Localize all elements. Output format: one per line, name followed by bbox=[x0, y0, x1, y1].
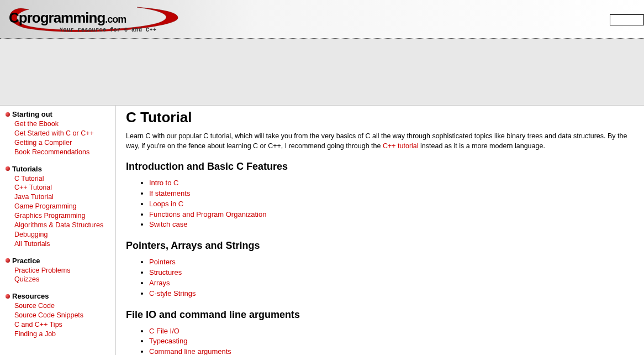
sidebar-heading: Practice bbox=[6, 257, 113, 265]
sidebar-link[interactable]: Practice Problems bbox=[14, 266, 113, 275]
sidebar-links: Get the EbookGet Started with C or C++Ge… bbox=[6, 119, 113, 157]
tutorial-link[interactable]: Loops in C bbox=[149, 200, 183, 208]
bullet-icon bbox=[6, 166, 10, 171]
sidebar-link[interactable]: Algorithms & Data Structures bbox=[14, 221, 113, 230]
logo-link[interactable]: Cprogramming.com Your resource for C and… bbox=[4, 2, 187, 37]
sidebar-links: Source CodeSource Code SnippetsC and C++… bbox=[6, 301, 113, 339]
list-item: C-style Strings bbox=[149, 289, 636, 299]
page-title: C Tutorial bbox=[126, 109, 636, 126]
list-item: Typecasting bbox=[149, 336, 636, 347]
sidebar-link[interactable]: C and C++ Tips bbox=[14, 320, 113, 330]
sidebar-link[interactable]: Getting a Compiler bbox=[14, 138, 113, 148]
search-input[interactable] bbox=[610, 14, 644, 25]
list-item: Structures bbox=[149, 268, 636, 278]
sidebar-link[interactable]: C Tutorial bbox=[14, 174, 113, 184]
intro-text-after: instead as it is a more modern language. bbox=[419, 142, 545, 150]
sidebar-link[interactable]: All Tutorials bbox=[14, 239, 113, 249]
sidebar-link[interactable]: C++ Tutorial bbox=[14, 183, 113, 192]
sidebar-link[interactable]: Book Recommendations bbox=[14, 148, 113, 157]
section-link-list: C File I/OTypecastingCommand line argume… bbox=[126, 326, 636, 355]
tutorial-link[interactable]: C File I/O bbox=[149, 327, 180, 335]
sidebar-link[interactable]: Source Code Snippets bbox=[14, 311, 113, 320]
sidebar-heading: Starting out bbox=[6, 110, 113, 118]
sections: Introduction and Basic C FeaturesIntro t… bbox=[126, 161, 636, 355]
cpp-tutorial-link[interactable]: C++ tutorial bbox=[383, 142, 419, 150]
section-link-list: PointersStructuresArraysC-style Strings bbox=[126, 257, 636, 299]
sidebar-link[interactable]: Get Started with C or C++ bbox=[14, 129, 113, 138]
tutorial-link[interactable]: C-style Strings bbox=[149, 289, 196, 297]
header: Cprogramming.com Your resource for C and… bbox=[0, 0, 644, 39]
tutorial-link[interactable]: If statements bbox=[149, 189, 190, 197]
list-item: Switch case bbox=[149, 220, 636, 230]
sidebar-link[interactable]: Debugging bbox=[14, 230, 113, 239]
sidebar-links: C TutorialC++ TutorialJava TutorialGame … bbox=[6, 174, 113, 249]
section-heading: Introduction and Basic C Features bbox=[126, 161, 636, 173]
sidebar-heading: Tutorials bbox=[6, 165, 113, 173]
content-container: Starting outGet the EbookGet Started wit… bbox=[0, 105, 644, 355]
section-heading: File IO and command line arguments bbox=[126, 309, 636, 321]
sidebar-section: TutorialsC TutorialC++ TutorialJava Tuto… bbox=[6, 165, 113, 249]
intro-text-before: Learn C with our popular C tutorial, whi… bbox=[126, 132, 627, 150]
list-item: Arrays bbox=[149, 278, 636, 289]
sidebar-section: ResourcesSource CodeSource Code Snippets… bbox=[6, 292, 113, 339]
list-item: If statements bbox=[149, 189, 636, 199]
sidebar-heading-text: Resources bbox=[12, 292, 49, 300]
list-item: C File I/O bbox=[149, 326, 636, 337]
sidebar-section: Starting outGet the EbookGet Started wit… bbox=[6, 110, 113, 157]
tutorial-link[interactable]: Intro to C bbox=[149, 179, 178, 187]
main-content: C Tutorial Learn C with our popular C tu… bbox=[116, 106, 644, 355]
bullet-icon bbox=[6, 258, 10, 263]
bullet-icon bbox=[6, 112, 10, 117]
sidebar-heading-text: Practice bbox=[12, 257, 40, 265]
sidebar-link[interactable]: Game Programming bbox=[14, 202, 113, 211]
tutorial-link[interactable]: Arrays bbox=[149, 279, 170, 287]
sidebar-link[interactable]: Source Code bbox=[14, 301, 113, 311]
tutorial-link[interactable]: Pointers bbox=[149, 258, 176, 266]
list-item: Pointers bbox=[149, 257, 636, 268]
sidebar-link[interactable]: Finding a Job bbox=[14, 330, 113, 339]
list-item: Loops in C bbox=[149, 199, 636, 210]
logo-text: Cprogramming.com bbox=[9, 9, 126, 27]
tutorial-link[interactable]: Switch case bbox=[149, 220, 187, 228]
list-item: Functions and Program Organization bbox=[149, 210, 636, 220]
tutorial-link[interactable]: Command line arguments bbox=[149, 347, 231, 355]
section-heading: Pointers, Arrays and Strings bbox=[126, 240, 636, 252]
section-link-list: Intro to CIf statementsLoops in CFunctio… bbox=[126, 178, 636, 230]
ad-banner-space bbox=[0, 39, 644, 105]
sidebar-link[interactable]: Graphics Programming bbox=[14, 211, 113, 221]
tutorial-link[interactable]: Structures bbox=[149, 268, 182, 276]
sidebar-heading-text: Tutorials bbox=[12, 165, 42, 173]
sidebar-section: PracticePractice ProblemsQuizzes bbox=[6, 257, 113, 285]
logo-tagline: Your resource for C and C++ bbox=[60, 27, 157, 33]
sidebar-link[interactable]: Get the Ebook bbox=[14, 119, 113, 129]
sidebar-link[interactable]: Quizzes bbox=[14, 275, 113, 284]
list-item: Command line arguments bbox=[149, 347, 636, 355]
intro-paragraph: Learn C with our popular C tutorial, whi… bbox=[126, 132, 636, 151]
sidebar: Starting outGet the EbookGet Started wit… bbox=[0, 106, 116, 355]
sidebar-links: Practice ProblemsQuizzes bbox=[6, 266, 113, 285]
sidebar-link[interactable]: Java Tutorial bbox=[14, 192, 113, 202]
sidebar-heading: Resources bbox=[6, 292, 113, 300]
tutorial-link[interactable]: Typecasting bbox=[149, 337, 187, 345]
list-item: Intro to C bbox=[149, 178, 636, 189]
tutorial-link[interactable]: Functions and Program Organization bbox=[149, 210, 266, 218]
bullet-icon bbox=[6, 294, 10, 299]
sidebar-heading-text: Starting out bbox=[12, 110, 52, 118]
